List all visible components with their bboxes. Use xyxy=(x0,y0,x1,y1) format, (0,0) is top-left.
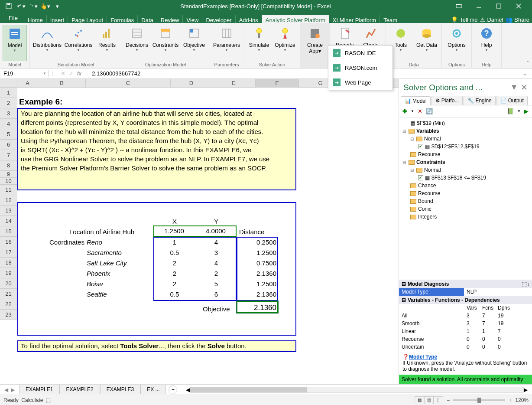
col-header[interactable]: C xyxy=(86,79,171,87)
diag-header[interactable]: ⊟Model Diagnosis⬚↓ xyxy=(399,280,532,288)
row-header[interactable]: 15 xyxy=(0,226,17,237)
checkbox-icon[interactable]: ✔ xyxy=(418,144,423,149)
sheet-tab[interactable]: EXAMPLE1 xyxy=(19,385,59,394)
model-type-row[interactable]: Model TypeNLP xyxy=(399,288,532,296)
row-header[interactable]: 10 xyxy=(0,178,17,185)
get-data-button[interactable]: Get Data▼ xyxy=(415,25,439,61)
enter-icon[interactable]: ✓ xyxy=(69,70,74,77)
sheet-tab[interactable]: EXAMPLE3 xyxy=(100,385,140,394)
parameters-button[interactable]: Parameters▼ xyxy=(212,25,241,61)
scroll-right-icon[interactable]: ▶ xyxy=(524,387,528,393)
minimize-icon[interactable] xyxy=(469,0,489,12)
correlations-button[interactable]: Correlations▼ xyxy=(64,25,93,61)
row-header[interactable]: 14 xyxy=(0,216,17,226)
fx-label[interactable]: fx xyxy=(77,70,81,77)
qat-customize-icon[interactable]: ▾ xyxy=(52,1,62,11)
ribbon-options-icon[interactable] xyxy=(449,0,469,12)
tree-normal-vars[interactable]: ⊟ Normal xyxy=(401,135,530,143)
tab-developer[interactable]: Developer xyxy=(202,15,235,23)
collapse-ribbon-icon[interactable]: ˄ xyxy=(526,60,529,66)
create-app-button[interactable]: CreateApp▾ xyxy=(303,25,327,61)
row-header[interactable]: 7 xyxy=(0,150,17,160)
tab-insert[interactable]: Insert xyxy=(46,15,68,23)
tree-normal-cons[interactable]: ⊟ Normal xyxy=(401,166,530,174)
spreadsheet-grid[interactable]: ABCDEFGH 1234567891011121314151617181920… xyxy=(0,79,399,384)
tab-page-layout[interactable]: Page Layout xyxy=(68,15,107,23)
distributions-button[interactable]: Distributions▼ xyxy=(32,25,62,61)
page-break-view-button[interactable]: ▯ xyxy=(434,396,443,404)
row-header[interactable]: 11 xyxy=(0,185,17,195)
row-header[interactable]: 19 xyxy=(0,268,17,278)
zoom-in-button[interactable]: + xyxy=(509,397,512,403)
excel-icon[interactable]: 📗 xyxy=(507,108,514,114)
sheet-prev-icon[interactable]: ◀ xyxy=(4,387,8,393)
play-icon[interactable]: ▶ xyxy=(524,108,529,114)
tree-objective[interactable]: ▦ $F$19 (Min) xyxy=(401,119,530,127)
optimize-button[interactable]: Optimize▼ xyxy=(273,25,297,61)
col-header[interactable]: B xyxy=(38,79,86,87)
tree-var-range[interactable]: ✔▦ $D$12:$E$12,$F$19 xyxy=(401,143,530,150)
name-box[interactable]: F19▼ xyxy=(0,70,49,77)
col-header[interactable]: D xyxy=(171,79,212,87)
row-header[interactable]: 12 xyxy=(0,195,17,206)
dropdown-item-web-page[interactable]: ➔Web Page xyxy=(328,75,393,90)
maximize-icon[interactable] xyxy=(489,0,509,12)
vfd-header[interactable]: ⊟Variables - Functions - Dependencies xyxy=(399,296,532,304)
save-icon[interactable] xyxy=(3,1,14,11)
select-all-corner[interactable] xyxy=(0,79,17,87)
tree-con-range[interactable]: ✔▦ $F$13:$F$18 <= $F$19 xyxy=(401,174,530,182)
results-button[interactable]: Results▼ xyxy=(95,25,119,61)
row-header[interactable]: 8 xyxy=(0,160,17,171)
tab-file[interactable]: File xyxy=(3,13,24,23)
row-header[interactable]: 3 xyxy=(0,108,17,119)
dropdown-item-rason-ide[interactable]: ➔RASON IDE xyxy=(328,46,393,60)
zoom-level[interactable]: 120% xyxy=(515,397,529,403)
add-sheet-button[interactable]: + xyxy=(169,385,177,394)
tell-me[interactable]: 💡 Tell me xyxy=(451,16,477,23)
zoom-thumb[interactable] xyxy=(477,398,481,403)
tab-review[interactable]: Review xyxy=(157,15,183,23)
row-header[interactable]: 13 xyxy=(0,206,17,216)
normal-view-button[interactable]: ▦ xyxy=(415,396,424,404)
tree-recourse-cons[interactable]: Recourse xyxy=(401,189,530,197)
options-button[interactable]: Options▼ xyxy=(444,25,469,61)
tab-team[interactable]: Team xyxy=(380,15,401,23)
decisions-button[interactable]: Decisions▼ xyxy=(125,25,149,61)
sheet-next-icon[interactable]: ▶ xyxy=(11,387,15,393)
tp-tab-platform[interactable]: ⚙Platfo... xyxy=(431,96,463,105)
tree-constraints[interactable]: ⊟ Constraints xyxy=(401,158,530,166)
simulate-button[interactable]: Simulate▼ xyxy=(247,25,271,61)
row-header[interactable]: 18 xyxy=(0,258,17,268)
tree-bound[interactable]: Bound xyxy=(401,197,530,205)
touch-mode-icon[interactable]: 👆▾ xyxy=(40,1,50,11)
info-link[interactable]: Model Type xyxy=(409,354,437,360)
tp-tab-output[interactable]: 📄Output xyxy=(496,96,528,105)
row-header[interactable]: 6 xyxy=(0,140,17,150)
redo-icon[interactable]: ▾ xyxy=(28,1,38,11)
tree-recourse-vars[interactable]: Recourse xyxy=(401,150,530,158)
checkbox-icon[interactable]: ✔ xyxy=(418,175,423,180)
row-header[interactable]: 23 xyxy=(0,310,17,320)
formula-input[interactable]: 2.13600093667742 xyxy=(85,70,523,77)
help-button[interactable]: ?Help▼ xyxy=(474,25,499,61)
undo-icon[interactable]: ▾ xyxy=(16,1,26,11)
objective-button[interactable]: Objective▼ xyxy=(182,25,206,61)
tab-formulas[interactable]: Formulas xyxy=(107,15,137,23)
model-button[interactable]: Model▼ xyxy=(3,25,27,61)
status-calc[interactable]: Calculate xyxy=(21,397,43,403)
chevron-down-icon[interactable]: ▼ xyxy=(43,72,46,75)
tp-tab-engine[interactable]: 🔧Engine xyxy=(464,96,495,105)
tab-view[interactable]: View xyxy=(182,15,202,23)
horizontal-scrollbar[interactable]: ◀▶ xyxy=(186,386,528,393)
tab-home[interactable]: Home xyxy=(24,15,46,23)
col-header[interactable]: A xyxy=(17,79,38,87)
col-header[interactable]: F xyxy=(256,79,299,87)
page-layout-view-button[interactable]: ▤ xyxy=(424,396,434,404)
row-header[interactable]: 17 xyxy=(0,247,17,258)
delete-icon[interactable]: ✕ xyxy=(418,108,422,114)
tree-variables[interactable]: ⊟ Variables xyxy=(401,127,530,135)
sheet-tab[interactable]: EXAMPLE2 xyxy=(59,385,100,394)
tree-chance[interactable]: Chance xyxy=(401,182,530,189)
dropdown-item-rason-com[interactable]: ➔RASON.com xyxy=(328,60,393,75)
sheet-tab[interactable]: EX ... xyxy=(140,385,166,394)
